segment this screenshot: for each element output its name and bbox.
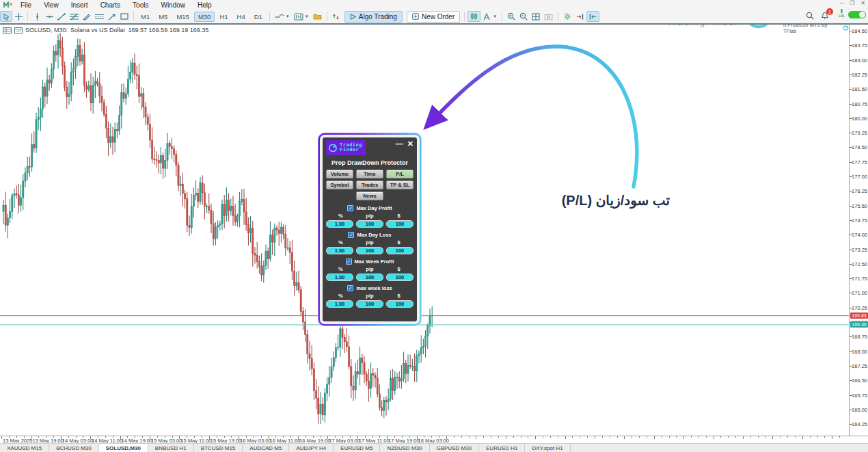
settings-gear-button[interactable] xyxy=(561,11,573,22)
column-label: pip xyxy=(355,266,385,272)
step-forward-button[interactable] xyxy=(573,11,586,22)
new-order-button[interactable]: New Order xyxy=(407,11,460,23)
chart-tab-xauusd-m15[interactable]: XAUUSD M15 xyxy=(0,444,49,452)
input-max-week-loss-usd[interactable]: 100 xyxy=(386,300,413,308)
window-minimize-button[interactable]: ─ xyxy=(839,0,843,6)
chart-tab-eurusd-m5[interactable]: EURUSD M5 xyxy=(334,444,380,452)
chart-tab-solusd-m30[interactable]: SOLUSD,M30 xyxy=(99,444,148,452)
checkbox-max-day-profit[interactable]: ✓ xyxy=(347,205,353,211)
chart-tab-audcad-m5[interactable]: AUDCAD M5 xyxy=(243,444,289,452)
input-max-week-loss-pct[interactable]: 1.00 xyxy=(326,300,353,308)
rectangle-tool-button[interactable] xyxy=(118,11,131,22)
menu-insert[interactable]: Insert xyxy=(65,1,94,9)
input-max-day-profit-pct[interactable]: 1.00 xyxy=(326,220,353,228)
menu-help[interactable]: Help xyxy=(191,1,218,9)
panel-tab-time[interactable]: Time xyxy=(356,170,383,178)
zoom-out-button[interactable] xyxy=(517,11,530,22)
annotation-arrow xyxy=(410,38,677,209)
time-tick-mark xyxy=(683,436,684,439)
chart-type-dropdown[interactable]: ▼ xyxy=(273,11,292,22)
prop-drawdown-protector-panel[interactable]: Trading Finder — ✕ Prop DrawDown Protect… xyxy=(318,133,422,326)
menu-file[interactable]: File xyxy=(14,1,38,9)
time-tick-mark xyxy=(595,436,595,439)
channel-tool-button[interactable] xyxy=(81,11,93,22)
time-tick-mark xyxy=(699,436,699,438)
chart-tab-btcusd-m15[interactable]: BTCUSD M15 xyxy=(194,444,243,452)
horizontal-line-tool-button[interactable] xyxy=(43,11,55,22)
panel-tab-news[interactable]: News xyxy=(356,191,383,200)
search-icon[interactable] xyxy=(806,10,814,23)
panel-tab-tp---sl[interactable]: TP & SL xyxy=(386,181,413,189)
chart-tab-nzdusd-m30[interactable]: NZDUSD M30 xyxy=(380,444,429,452)
timeframe-m1-button[interactable]: M1 xyxy=(137,12,154,22)
column-label: pip xyxy=(355,239,385,245)
input-max-day-profit-usd[interactable]: 100 xyxy=(386,220,413,228)
checkbox-max-week-profit[interactable]: ✓ xyxy=(346,258,352,265)
input-max-week-loss-pip[interactable]: 100 xyxy=(356,300,383,308)
window-close-button[interactable]: ✕ xyxy=(860,0,865,6)
templates-folder-button[interactable] xyxy=(311,11,324,22)
zoom-in-button[interactable] xyxy=(505,11,517,22)
checkbox-max-week-loss[interactable]: ✓ xyxy=(347,285,353,291)
chart-tab-dxy-spot-h1[interactable]: DXY.spot H1 xyxy=(525,444,570,452)
price-tick-label: 165.00 xyxy=(852,407,867,413)
timeframe-h4-button[interactable]: H4 xyxy=(233,12,249,22)
menu-tools[interactable]: Tools xyxy=(126,1,154,9)
window-restore-button[interactable]: ❐ xyxy=(850,0,854,6)
panel-tab-trades[interactable]: Trades xyxy=(356,181,383,189)
quotes-table-icon[interactable] xyxy=(3,27,12,34)
screenshot-button[interactable] xyxy=(542,11,555,22)
menu-window[interactable]: Window xyxy=(154,1,191,9)
chart-tab-bnbusd-h1[interactable]: BNBUSD H1 xyxy=(148,444,194,452)
panel-section: ✓Max Week Profit%pip$1.00100100 xyxy=(326,258,413,281)
timeframe-m5-button[interactable]: M5 xyxy=(154,12,172,22)
price-tick-label: 166.50 xyxy=(852,377,867,384)
panel-tab-symbol[interactable]: Symbol xyxy=(326,181,353,189)
fibonacci-tool-button[interactable] xyxy=(68,11,81,22)
vertical-line-tool-button[interactable] xyxy=(31,11,43,22)
step-back-button[interactable] xyxy=(586,11,599,22)
menu-view[interactable]: View xyxy=(38,1,65,9)
chart-tab-eurusd-h1[interactable]: EURUSD H1 xyxy=(479,444,525,452)
chart-tab-bchusd-m30[interactable]: BCHUSD M30 xyxy=(49,444,99,452)
arrow-line-tool-button[interactable] xyxy=(106,11,118,22)
timeframe-m30-button[interactable]: M30 xyxy=(194,12,215,22)
input-max-week-profit-usd[interactable]: 100 xyxy=(386,274,413,281)
input-max-day-loss-pip[interactable]: 100 xyxy=(356,247,383,254)
price-tick-label: 165.75 xyxy=(852,393,867,399)
menu-charts[interactable]: Charts xyxy=(94,1,126,9)
algo-trading-button[interactable]: Algo Trading xyxy=(344,11,403,23)
checkbox-max-day-loss[interactable]: ✓ xyxy=(348,232,354,238)
time-tick-mark xyxy=(624,436,625,439)
timeframe-d1-button[interactable]: D1 xyxy=(250,12,267,22)
chart-tab-audjpy-h4[interactable]: AUDJPY H4 xyxy=(289,444,334,452)
tile-windows-button[interactable] xyxy=(530,11,542,22)
time-tick-mark xyxy=(513,436,514,438)
cursor-tool-button[interactable] xyxy=(0,11,12,22)
input-max-day-loss-usd[interactable]: 100 xyxy=(386,247,413,254)
price-axis[interactable]: 184.50183.75183.00182.25181.50180.75180.… xyxy=(849,25,868,436)
input-max-week-profit-pct[interactable]: 1.00 xyxy=(326,274,353,281)
timeframe-h1-button[interactable]: H1 xyxy=(215,12,232,22)
chart-window-icon[interactable] xyxy=(14,27,23,34)
panel-tab-p-l[interactable]: P/L xyxy=(386,170,413,178)
input-max-week-profit-pip[interactable]: 100 xyxy=(356,274,383,281)
panel-minimize-button[interactable]: — xyxy=(396,140,403,147)
panel-tab-volume[interactable]: Volume xyxy=(326,170,353,178)
trendline-tool-button[interactable] xyxy=(55,11,68,22)
input-max-day-profit-pip[interactable]: 100 xyxy=(356,220,383,228)
chart-tab-gbpusd-m30[interactable]: GBPUSD M30 xyxy=(430,444,480,452)
equidistant-lines-tool-button[interactable] xyxy=(93,11,106,22)
bar-spacing-button[interactable] xyxy=(467,11,480,22)
column-label: $ xyxy=(384,293,413,299)
buy-sell-arrows-button[interactable] xyxy=(330,11,342,22)
input-max-day-loss-pct[interactable]: 1.00 xyxy=(326,247,353,254)
timeframe-m15-button[interactable]: M15 xyxy=(172,12,193,22)
text-tool-dropdown[interactable]: ▼ xyxy=(480,11,499,22)
indicators-dropdown[interactable]: ▼ xyxy=(292,11,311,22)
column-label: % xyxy=(326,293,355,299)
lvl-indicator[interactable]: ⬆ LVL xyxy=(839,9,845,18)
time-axis[interactable]: 13 May 202513 May 19:0014 May 03:0014 Ma… xyxy=(0,436,849,443)
toggle-switch[interactable] xyxy=(848,11,866,18)
crosshair-tool-button[interactable] xyxy=(12,11,25,22)
